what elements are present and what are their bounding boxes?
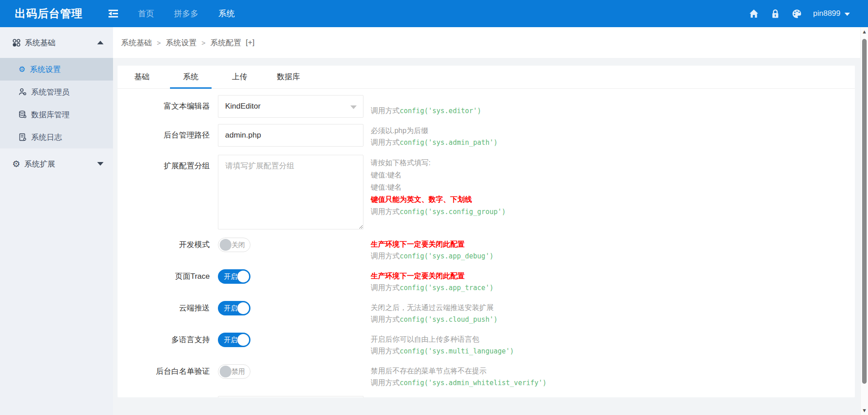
top-menu-home[interactable]: 首页 xyxy=(128,0,164,27)
chevron-down-icon xyxy=(350,105,357,109)
field-hints: 调用方式config('sys.editor') xyxy=(371,95,481,118)
breadcrumb-item[interactable]: 系统配置 xyxy=(211,38,241,48)
field-hints: 必须以.php为后缀 调用方式config('sys.admin_path') xyxy=(371,124,498,148)
breadcrumb-separator: > xyxy=(202,39,206,47)
sidebar-group-label: 系统扩展 xyxy=(24,159,55,169)
field-label: 开发模式 xyxy=(118,238,218,262)
sidebar-group-system-extend[interactable]: ⚙ 系统扩展 xyxy=(0,148,113,179)
settings-panel: 基础 系统 上传 数据库 富文本编辑器 KindEditor 调 xyxy=(118,66,855,397)
lock-icon[interactable] xyxy=(770,9,780,19)
toggle-knob xyxy=(237,334,249,346)
form-row-editor: 富文本编辑器 KindEditor 调用方式config('sys.editor… xyxy=(118,95,855,118)
editor-select-value: KindEditor xyxy=(225,102,260,110)
sidebar-item-system-admins[interactable]: 系统管理员 xyxy=(0,81,113,103)
field-hints: 禁用后不存在的菜单节点将不在提示 调用方式config('sys.admin_w… xyxy=(371,364,547,389)
log-document-icon xyxy=(19,133,27,141)
field-label: 扩展配置分组 xyxy=(118,155,218,231)
field-hints: 生产环境下一定要关闭此配置 调用方式config('sys.app_trace'… xyxy=(371,269,494,294)
home-icon[interactable] xyxy=(749,9,759,19)
editor-select[interactable]: KindEditor xyxy=(218,95,363,118)
form-row-admin-path: 后台管理路径 必须以.php为后缀 调用方式config('sys.admin_… xyxy=(118,124,855,148)
config-group-textarea[interactable] xyxy=(218,155,363,229)
field-hints: 生产环境下一定要关闭此配置 调用方式config('sys.app_debug'… xyxy=(371,238,494,262)
toggle-state-label: 开启 xyxy=(224,269,237,284)
toggle-knob xyxy=(237,271,249,282)
form-row-admin-whitelist: 后台白名单验证 禁用 禁用后不存在的菜单节点将不在提示 调用方式config('… xyxy=(118,364,855,389)
app-grid-icon xyxy=(12,38,21,47)
field-label: 多语言支持 xyxy=(118,333,218,357)
scrollbar-up-arrow[interactable]: ▲ xyxy=(861,29,868,34)
username: pin8899 xyxy=(813,9,840,18)
top-navbar: 出码后台管理 首页 拼多多 系统 xyxy=(0,0,868,27)
top-menu-system[interactable]: 系统 xyxy=(208,0,245,27)
scrollbar-down-arrow[interactable]: ▼ xyxy=(861,408,868,413)
system-config-form: 富文本编辑器 KindEditor 调用方式config('sys.editor… xyxy=(118,89,855,397)
sidebar-submenu: ⚙ 系统设置 系统管理员 xyxy=(0,58,113,148)
user-menu[interactable]: pin8899 xyxy=(813,9,850,18)
field-label: 页面Trace xyxy=(118,269,218,294)
chevron-up-icon xyxy=(97,41,104,44)
sidebar-group-system-base[interactable]: 系统基础 xyxy=(0,27,113,58)
sidebar-item-system-logs[interactable]: 系统日志 xyxy=(0,126,113,148)
toggle-state-label: 关闭 xyxy=(231,238,245,252)
cloud-push-toggle[interactable]: 开启 xyxy=(218,301,250,315)
form-row-page-trace: 页面Trace 开启 生产环境下一定要关闭此配置 调用方式config('sys… xyxy=(118,269,855,294)
field-hints: 开启后你可以自由上传多种语言包 调用方式config('sys.multi_la… xyxy=(371,333,514,357)
toggle-state-label: 开启 xyxy=(224,333,237,347)
toggle-knob xyxy=(220,366,231,377)
field-label: 富文本编辑器 xyxy=(118,95,218,118)
main-content: 系统基础 > 系统设置 > 系统配置 [+] 基础 系统 上传 数据库 富文本编… xyxy=(113,27,860,415)
gear-icon: ⚙ xyxy=(12,158,20,169)
chevron-down-icon xyxy=(844,13,850,16)
field-hints: 关闭之后，无法通过云端推送安装扩展 调用方式config('sys.cloud_… xyxy=(371,301,498,325)
gear-icon: ⚙ xyxy=(19,66,25,73)
tab-basic[interactable]: 基础 xyxy=(118,66,166,88)
settings-tabs: 基础 系统 上传 数据库 xyxy=(118,66,855,89)
field-label: 后台管理路径 xyxy=(118,124,218,148)
toggle-knob xyxy=(237,302,249,314)
navbar-right: pin8899 xyxy=(737,9,868,19)
form-row-cloud-push: 云端推送 开启 关闭之后，无法通过云端推送安装扩展 调用方式config('sy… xyxy=(118,301,855,325)
admin-path-input[interactable] xyxy=(218,124,363,147)
sidebar-item-label: 系统设置 xyxy=(30,64,61,75)
theme-palette-icon[interactable] xyxy=(792,9,802,19)
tab-upload[interactable]: 上传 xyxy=(215,66,264,88)
scrollbar-thumb[interactable] xyxy=(862,39,867,384)
field-label: 云端推送 xyxy=(118,301,218,325)
top-menu: 首页 拼多多 系统 xyxy=(128,0,245,27)
sidebar-item-label: 系统日志 xyxy=(31,132,62,143)
breadcrumb-separator: > xyxy=(157,39,161,47)
toggle-state-label: 开启 xyxy=(224,301,237,315)
top-menu-pinduoduo[interactable]: 拼多多 xyxy=(164,0,208,27)
toggle-state-label: 禁用 xyxy=(231,365,245,378)
breadcrumb-add-suffix[interactable]: [+] xyxy=(246,38,255,47)
dev-mode-toggle[interactable]: 关闭 xyxy=(218,238,250,252)
field-label: 后台白名单验证 xyxy=(118,364,218,389)
admin-user-icon xyxy=(19,88,27,96)
sidebar: 系统基础 ⚙ 系统设置 系统管理员 xyxy=(0,27,113,415)
breadcrumb: 系统基础 > 系统设置 > 系统配置 [+] xyxy=(113,27,860,58)
sidebar-group-label: 系统基础 xyxy=(25,38,56,48)
form-row-dev-mode: 开发模式 关闭 生产环境下一定要关闭此配置 调用方式config('sys.ap… xyxy=(118,238,855,262)
database-icon xyxy=(19,110,27,119)
breadcrumb-item[interactable]: 系统基础 xyxy=(121,38,152,48)
form-row-config-group: 扩展配置分组 请按如下格式填写: 键值:键名 键值:键名 键值只能为英文、数字、… xyxy=(118,155,855,231)
sidebar-collapse-icon[interactable] xyxy=(106,7,120,20)
sidebar-item-label: 系统管理员 xyxy=(31,87,70,97)
field-hints: 请按如下格式填写: 键值:键名 键值:键名 键值只能为英文、数字、下划线 调用方… xyxy=(371,155,506,231)
sidebar-item-system-settings[interactable]: ⚙ 系统设置 xyxy=(0,58,113,81)
multi-language-toggle[interactable]: 开启 xyxy=(218,333,250,347)
scrollbar[interactable]: ▲ ▼ xyxy=(860,27,868,415)
tab-database[interactable]: 数据库 xyxy=(264,66,313,88)
tab-system[interactable]: 系统 xyxy=(166,66,215,88)
form-row-multi-language: 多语言支持 开启 开启后你可以自由上传多种语言包 调用方式config('sys… xyxy=(118,333,855,357)
admin-whitelist-toggle[interactable]: 禁用 xyxy=(218,364,250,379)
breadcrumb-item[interactable]: 系统设置 xyxy=(166,38,197,48)
sidebar-item-database-manage[interactable]: 数据库管理 xyxy=(0,103,113,126)
next-field-partial xyxy=(218,396,363,397)
sidebar-item-label: 数据库管理 xyxy=(31,110,70,120)
toggle-knob xyxy=(220,239,231,251)
chevron-down-icon xyxy=(97,162,104,166)
app-title: 出码后台管理 xyxy=(0,6,83,21)
page-trace-toggle[interactable]: 开启 xyxy=(218,269,250,284)
